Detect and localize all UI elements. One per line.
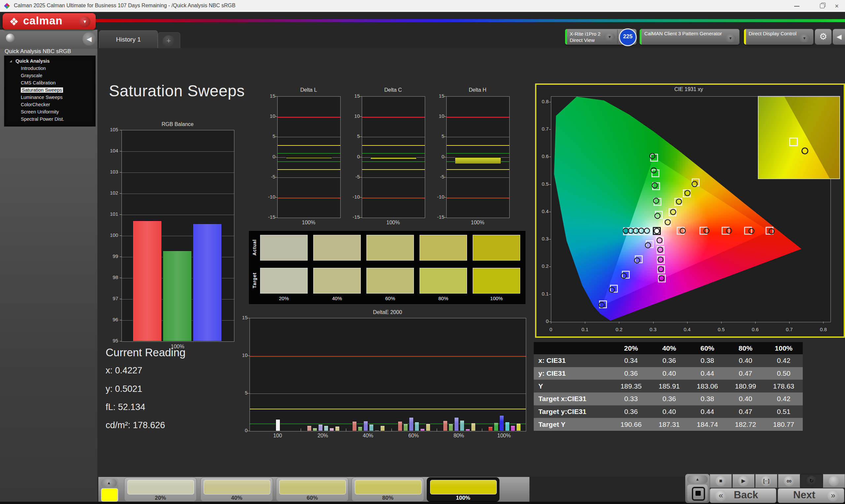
cell-value: 0.44 <box>688 406 726 418</box>
pattern-swatch <box>430 480 497 494</box>
tree-item-colorchecker[interactable]: ColorChecker <box>4 101 95 108</box>
status-sphere-icon <box>6 34 15 42</box>
swatch-column-label: 40% <box>313 295 361 301</box>
cie-x-tick <box>721 322 722 324</box>
y-axis-tick <box>360 96 362 97</box>
stop-button[interactable]: ■ <box>710 474 732 488</box>
tree-item-saturation-sweeps[interactable]: Saturation Sweeps <box>4 86 95 94</box>
row-label: Y <box>534 380 612 393</box>
limit-line <box>278 117 340 118</box>
target-swatch-60% <box>366 268 414 293</box>
y-axis-label: -5 <box>261 174 275 179</box>
meter-dropdown-arrow-icon[interactable]: ▼ <box>604 33 615 41</box>
cie-x-tick <box>653 322 654 324</box>
actual-swatch-100% <box>473 235 520 260</box>
cie-y-tick-label: 0.4 <box>535 209 549 214</box>
settings-gear-button[interactable]: ⚙ <box>815 29 832 45</box>
measured-circle-magenta <box>658 267 664 272</box>
pattern-button-60%[interactable]: 60% <box>276 477 349 502</box>
pattern-window-button[interactable] <box>687 485 708 502</box>
y-axis-tick <box>120 172 122 173</box>
y-axis-label: 5 <box>430 133 444 139</box>
cell-value: 0.42 <box>764 393 803 406</box>
y-axis-tick <box>275 177 277 178</box>
cie-x-tick <box>585 322 585 324</box>
table-row: y: CIE310.360.400.440.470.50 <box>534 367 803 380</box>
y-axis-label: -5 <box>430 174 444 179</box>
cie-x-tick-label: 0 <box>544 326 558 332</box>
quick-color-swatch-button[interactable] <box>101 488 118 502</box>
deltae-bar <box>443 420 447 431</box>
pattern-button-20%[interactable]: 20% <box>124 477 197 502</box>
cell-value: 0.47 <box>726 406 765 418</box>
pattern-source-dropdown[interactable]: CalMAN Client 3 Pattern Generator ▼ <box>639 29 740 45</box>
y-axis-tick <box>248 318 249 318</box>
continuous-read-button[interactable]: ∞ <box>778 474 800 488</box>
add-tab-button[interactable]: + <box>158 32 180 49</box>
deltae-bar <box>276 419 280 431</box>
gridline <box>122 173 234 173</box>
pattern-button-100%[interactable]: 100% <box>427 477 499 502</box>
close-button[interactable]: × <box>829 2 844 10</box>
tree-item-screen-uniformity[interactable]: Screen Uniformity <box>4 108 95 115</box>
tree-item-grayscale[interactable]: Grayscale <box>4 72 95 79</box>
pattern-button-80%[interactable]: 80% <box>352 477 424 502</box>
target-square-yellow <box>692 179 699 186</box>
restore-button[interactable] <box>815 2 830 10</box>
panel-collapse-button[interactable]: ◀ <box>832 29 845 45</box>
measured-circle-yellow <box>685 190 690 196</box>
play-button[interactable]: ▶ <box>733 474 755 488</box>
pattern-label: 20% <box>124 495 196 501</box>
pattern-bar-expand-button[interactable]: ▲ <box>101 479 117 487</box>
meter-dropdown[interactable]: X-Rite i1Pro 2 Direct View <box>570 31 600 43</box>
deltae-bar <box>313 428 317 431</box>
cell-value: 0.36 <box>650 354 689 367</box>
refresh-button[interactable]: ↻ <box>800 474 823 488</box>
deltae-bar <box>494 422 498 431</box>
page-title: Saturation Sweeps <box>109 82 245 100</box>
cell-value: 190.66 <box>612 418 650 431</box>
tree-item-spectral-power-dist[interactable]: Spectral Power Dist. <box>4 115 95 123</box>
measured-circle-red <box>680 228 685 233</box>
sidebar-collapse-button[interactable]: ◀ <box>83 32 96 46</box>
calman-menu-button[interactable]: ❖ calman ▼ <box>3 13 96 30</box>
cell-value: 0.36 <box>650 393 689 406</box>
pattern-button-40%[interactable]: 40% <box>200 477 273 502</box>
y-axis-tick <box>360 217 362 218</box>
tab-history-1[interactable]: History 1 <box>99 30 158 49</box>
y-axis-tick <box>360 116 362 117</box>
target-swatch-100% <box>473 268 520 293</box>
continuous-read-icon: ∞ <box>784 476 794 486</box>
meter-count-badge[interactable]: 225 <box>619 29 637 46</box>
deltae-bar <box>335 426 340 431</box>
cie-x-tick <box>755 322 756 324</box>
tree-item-introduction[interactable]: Introduction <box>4 65 95 72</box>
y-axis-label: 10 <box>346 113 360 119</box>
deltae-bar <box>358 427 363 431</box>
x-axis-tick <box>437 429 437 431</box>
swatch-column-label: 80% <box>420 295 467 301</box>
x-axis-tick <box>391 429 392 431</box>
read-series-button[interactable]: [··] <box>755 474 777 488</box>
deltae-bar <box>499 415 504 431</box>
deltae-bar <box>369 424 374 431</box>
cell-value: 0.50 <box>764 367 803 380</box>
tree-item-label: Introduction <box>21 66 46 71</box>
pattern-label: 80% <box>352 495 424 501</box>
table-header-80%: 80% <box>726 342 765 354</box>
next-button[interactable]: Next » <box>778 488 844 503</box>
tree-root-quick-analysis[interactable]: ◢Quick Analysis <box>4 57 95 65</box>
actual-target-swatch-panel: ActualTarget20%40%60%80%100% <box>249 231 526 304</box>
row-label: x: CIE31 <box>534 354 612 367</box>
y-axis-label: -15 <box>261 214 275 220</box>
back-button[interactable]: « Back <box>710 488 776 503</box>
calman-logo-icon: ❖ <box>9 16 19 28</box>
capture-button[interactable] <box>823 474 845 488</box>
display-control-dropdown[interactable]: Direct Display Control ▼ <box>744 29 814 45</box>
tree-item-cms-calibration[interactable]: CMS Calibration <box>4 79 95 86</box>
minimize-button[interactable] <box>790 2 805 10</box>
target-square-green <box>653 183 659 190</box>
tree-item-luminance-sweeps[interactable]: Luminance Sweeps <box>4 94 95 101</box>
transport-expand-button[interactable]: ▲ <box>687 475 708 484</box>
current-reading-fl: fL: 52.134 <box>106 402 145 412</box>
